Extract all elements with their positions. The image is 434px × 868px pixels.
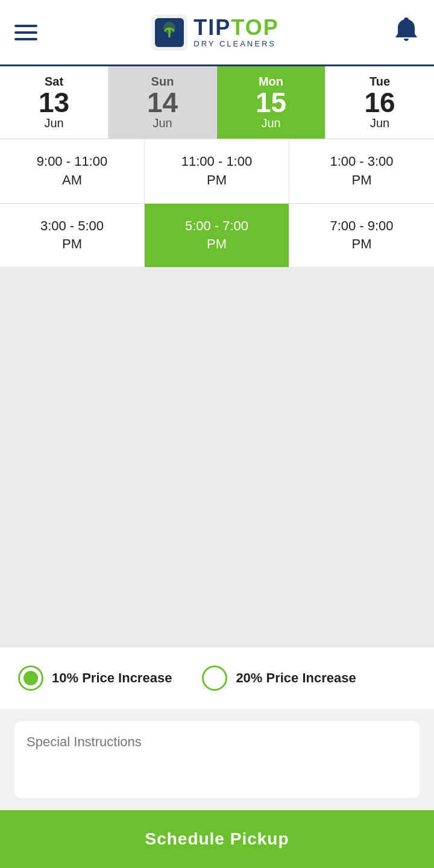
day-number: 15	[221, 89, 321, 116]
instructions-section	[0, 709, 434, 810]
day-month: Jun	[221, 116, 321, 130]
time-slot-slot-9-11[interactable]: 9:00 - 11:00AM	[0, 139, 145, 204]
calendar-header: Sat 13 Jun Sun 14 Jun Mon 15 Jun Tue 16 …	[0, 66, 434, 139]
day-month: Jun	[4, 116, 104, 130]
radio-inner	[24, 671, 38, 685]
calendar-day-sat[interactable]: Sat 13 Jun	[0, 66, 108, 139]
special-instructions-input[interactable]	[27, 734, 407, 782]
price-option-price-10[interactable]: 10% Price Increase	[18, 665, 172, 691]
calendar-day-mon[interactable]: Mon 15 Jun	[217, 66, 326, 139]
day-month: Jun	[112, 116, 213, 130]
instructions-box	[14, 721, 420, 798]
day-number: 13	[4, 89, 104, 116]
time-slot-slot-7-9[interactable]: 7:00 - 9:00PM	[289, 204, 434, 268]
radio-button	[202, 665, 227, 691]
price-section: 10% Price Increase 20% Price Increase	[0, 647, 434, 709]
time-slots-grid: 9:00 - 11:00AM11:00 - 1:00PM1:00 - 3:00P…	[0, 139, 434, 268]
logo-tip: TIP	[193, 17, 231, 39]
svg-point-4	[404, 17, 409, 22]
radio-label: 20% Price Increase	[236, 670, 356, 686]
logo: T TIP TOP DRY CLEANERS	[151, 14, 278, 51]
schedule-pickup-button[interactable]: Schedule Pickup	[0, 810, 434, 868]
day-month: Jun	[329, 116, 430, 130]
time-slot-slot-11-1[interactable]: 11:00 - 1:00PM	[145, 139, 289, 204]
logo-text: TIP TOP DRY CLEANERS	[193, 17, 278, 48]
logo-icon: T	[151, 14, 187, 51]
time-slot-slot-1-3[interactable]: 1:00 - 3:00PM	[289, 139, 434, 204]
price-option-price-20[interactable]: 20% Price Increase	[202, 665, 356, 691]
radio-button	[18, 665, 43, 691]
header: T TIP TOP DRY CLEANERS	[0, 0, 434, 66]
logo-sub: DRY CLEANERS	[193, 40, 278, 48]
logo-top: TOP	[231, 17, 278, 39]
time-slot-slot-5-7[interactable]: 5:00 - 7:00PM	[145, 204, 289, 268]
notification-button[interactable]	[393, 17, 420, 48]
menu-button[interactable]	[14, 25, 37, 40]
calendar-day-tue[interactable]: Tue 16 Jun	[326, 66, 434, 139]
radio-label: 10% Price Increase	[52, 670, 172, 686]
empty-area	[0, 268, 434, 647]
calendar-day-sun[interactable]: Sun 14 Jun	[108, 66, 217, 139]
day-number: 16	[329, 89, 430, 116]
time-slot-slot-3-5[interactable]: 3:00 - 5:00PM	[0, 204, 145, 268]
day-number: 14	[112, 89, 213, 116]
